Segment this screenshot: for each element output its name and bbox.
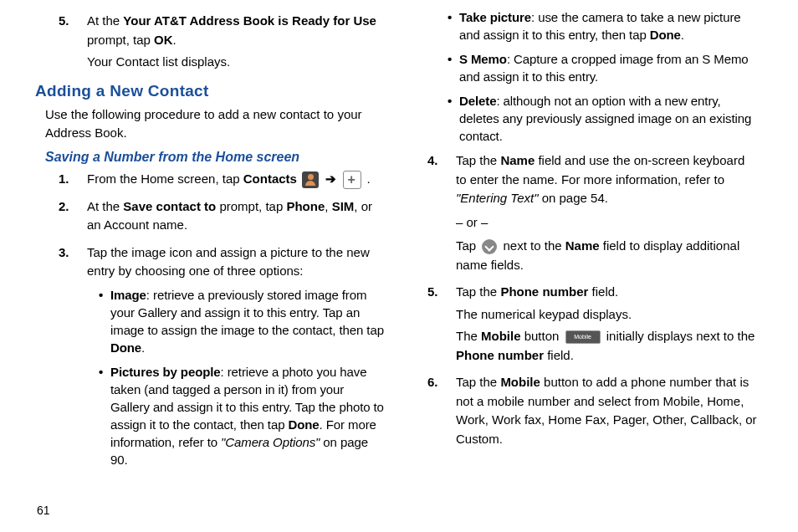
text: field.	[544, 348, 574, 362]
text-bold: Mobile	[500, 375, 540, 389]
arrow-icon: ➔	[322, 171, 340, 186]
text: ,	[325, 199, 331, 213]
text: on page 54.	[538, 191, 607, 205]
step-number: 3.	[59, 243, 69, 263]
text-bold: Delete	[459, 94, 496, 108]
sub-text: The Mobile button Mobile initially displ…	[456, 327, 758, 365]
cross-reference: "Entering Text"	[456, 191, 538, 205]
bullet-smemo: S Memo: Capture a cropped image from an …	[448, 50, 758, 85]
heading-saving-number: Saving a Number from the Home screen	[45, 150, 384, 165]
sub-text: The numerical keypad displays.	[456, 305, 758, 325]
text: next to the	[499, 238, 565, 253]
text: .	[681, 28, 684, 42]
plus-icon	[343, 171, 361, 189]
step-3: 3. Tap the image icon and assign a pictu…	[59, 243, 384, 468]
bullet-image: Image: retrieve a previously stored imag…	[99, 286, 384, 356]
text-bold: Phone number	[456, 348, 544, 362]
text: .	[363, 171, 370, 186]
step-number: 5.	[427, 283, 438, 302]
text: field.	[588, 284, 618, 299]
step-number: 1.	[59, 170, 69, 189]
text: Tap the	[456, 153, 500, 167]
step-4: 4. Tap the Name field and use the on-scr…	[427, 151, 758, 274]
text: .	[141, 340, 145, 355]
cross-reference: "Camera Options"	[221, 435, 320, 449]
intro-text: Use the following procedure to add a new…	[45, 105, 384, 143]
text-bold: Name	[500, 153, 535, 167]
mobile-button-icon: Mobile	[565, 330, 601, 345]
step-6: 6. Tap the Mobile button to add a phone …	[427, 373, 758, 448]
text-bold: OK	[154, 33, 173, 47]
text-bold: SIM	[332, 199, 355, 213]
text: Tap the	[456, 284, 500, 299]
right-column: Take picture: use the camera to take a n…	[399, 8, 798, 477]
step-number: 6.	[427, 373, 438, 392]
text-bold: Name	[565, 238, 600, 253]
step-number: 4.	[427, 151, 438, 171]
text: From the Home screen, tap	[87, 171, 243, 186]
bullet-take-picture: Take picture: use the camera to take a n…	[448, 8, 758, 43]
text-bold: Image	[110, 288, 146, 302]
text-bold: Your AT&T Address Book is Ready for Use	[123, 13, 376, 28]
text-bold: S Memo	[459, 52, 507, 66]
text: At the	[87, 13, 123, 28]
step-5-prev: 5. At the Your AT&T Address Book is Read…	[59, 12, 384, 72]
text: button	[521, 329, 563, 343]
text: : although not an option with a new entr…	[459, 94, 751, 143]
text-bold: Done	[288, 417, 319, 432]
text-bold: Pictures by people	[110, 365, 221, 379]
text: Tap	[456, 238, 479, 253]
text: prompt, tap	[216, 199, 286, 213]
two-column-layout: 5. At the Your AT&T Address Book is Read…	[0, 0, 798, 477]
left-column: 5. At the Your AT&T Address Book is Read…	[0, 8, 399, 477]
text: At the	[87, 199, 123, 213]
or-divider: – or –	[456, 213, 758, 233]
text-bold: Done	[650, 28, 681, 42]
step-number: 5.	[59, 12, 69, 31]
sub-text: Your Contact list displays.	[87, 53, 384, 72]
text-bold: Take picture	[459, 10, 531, 24]
step-5: 5. Tap the Phone number field. The numer…	[427, 283, 758, 365]
text: prompt, tap	[87, 33, 154, 47]
text: Tap the image icon and assign a picture …	[87, 245, 370, 279]
text: The	[456, 329, 481, 343]
text-bold: Mobile	[481, 329, 521, 343]
text: Tap the	[456, 375, 500, 389]
bullet-pictures-people: Pictures by people: retrieve a photo you…	[99, 363, 384, 468]
text-bold: Save contact to	[123, 199, 216, 213]
step-1: 1. From the Home screen, tap Contacts ➔ …	[59, 170, 384, 189]
alt-text: Tap next to the Name field to display ad…	[456, 237, 758, 274]
text: initially displays next to the	[603, 329, 755, 343]
step-2: 2. At the Save contact to prompt, tap Ph…	[59, 197, 384, 235]
text-bold: Contacts	[243, 171, 297, 186]
bullet-delete: Delete: although not an option with a ne…	[448, 92, 758, 145]
contacts-icon	[302, 171, 319, 188]
step-number: 2.	[59, 197, 69, 217]
page-number: 61	[37, 504, 50, 517]
text-bold: Done	[110, 340, 141, 355]
text: .	[173, 33, 176, 47]
heading-adding-contact: Adding a New Contact	[35, 82, 384, 100]
text-bold: Phone number	[500, 284, 588, 299]
chevron-down-icon	[482, 239, 497, 254]
text: : retrieve a previously stored image fro…	[110, 288, 384, 337]
text-bold: Phone	[286, 199, 325, 213]
